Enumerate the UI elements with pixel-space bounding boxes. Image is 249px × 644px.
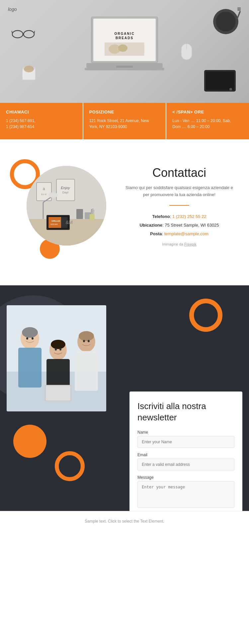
team-photo-inner [7, 305, 106, 411]
svg-point-1 [24, 31, 34, 38]
email-input[interactable] [137, 459, 234, 470]
svg-point-67 [59, 348, 61, 351]
site-header: logo ≡ [0, 0, 249, 18]
form-group-message: Message [137, 475, 234, 509]
footer: Sample text. Click to select the Text El… [0, 511, 249, 531]
svg-point-68 [83, 340, 85, 342]
freepik-link[interactable]: Freepik [184, 242, 197, 246]
contact-title: Contattaci [123, 166, 236, 180]
info-card-location-title: POSIZIONE [89, 109, 160, 114]
svg-rect-47 [90, 214, 95, 220]
coffee-decoration [18, 62, 40, 85]
svg-point-37 [48, 192, 58, 198]
message-label: Message [137, 475, 234, 480]
svg-text:SIZZLING: SIZZLING [50, 223, 58, 225]
mouse-decoration [181, 43, 193, 62]
contact-section: a b c d Enjoy Day! [0, 139, 249, 285]
info-card-call: CHIAMACI 1 (234) 567-891, 1 (234) 987-65… [0, 103, 83, 139]
dark-deco-circle-solid-bottom [13, 425, 46, 458]
svg-text:&M: &M [66, 220, 73, 225]
info-card-hours-text: Lun - Ven .... 11:00 – 20:00, Sab, Dom .… [172, 118, 243, 130]
svg-rect-32 [56, 179, 75, 201]
svg-rect-38 [76, 209, 83, 219]
info-card-call-text: 1 (234) 567-891, 1 (234) 987-654 [6, 118, 77, 130]
team-photo [7, 305, 106, 411]
name-label: Name [137, 430, 234, 435]
svg-text:b c d: b c d [41, 193, 46, 195]
svg-point-55 [22, 327, 38, 338]
contact-image-inner: a b c d Enjoy Day! [27, 166, 106, 246]
info-card-location-text: 121 Rock Street, 21 Avenue, New York, NY… [89, 118, 160, 130]
tablet-decoration [204, 70, 236, 95]
info-card-call-title: CHIAMACI [6, 109, 77, 114]
svg-point-65 [32, 337, 34, 340]
svg-point-8 [24, 66, 34, 72]
contact-divider [169, 205, 189, 206]
info-card-hours: < /SPAN> ORE Lun - Ven .... 11:00 – 20:0… [166, 103, 249, 139]
form-group-name: Name [137, 430, 234, 448]
laptop-decoration: ORGANIC BREADS [85, 17, 164, 79]
menu-icon[interactable]: ≡ [237, 5, 241, 13]
contact-phone: Telefono: 1 (232) 252 55 22 [123, 212, 236, 221]
contact-details: Telefono: 1 (232) 252 55 22 Ubicazione: … [123, 212, 236, 238]
svg-line-4 [34, 31, 35, 33]
email-label: Email [137, 453, 234, 457]
newsletter-title: Iscriviti alla nostra newsletter [137, 401, 234, 423]
contact-description: Siamo qui per soddisfare qualsiasi esige… [123, 184, 236, 198]
svg-point-63 [79, 331, 94, 341]
svg-text:GRILLED: GRILLED [51, 220, 60, 222]
svg-point-64 [26, 337, 28, 340]
footer-text: Sample text. Click to select the Text El… [85, 519, 164, 524]
svg-point-26 [229, 88, 232, 91]
svg-text:BREADS: BREADS [116, 36, 133, 40]
dark-deco-circle-outline-bottom [55, 451, 85, 481]
newsletter-card: Iscriviti alla nostra newsletter Name Em… [129, 392, 242, 511]
svg-rect-18 [85, 68, 164, 70]
message-input[interactable] [137, 481, 234, 508]
info-cards-row: CHIAMACI 1 (234) 567-891, 1 (234) 987-65… [0, 103, 249, 139]
svg-text:ORGANIC: ORGANIC [114, 32, 134, 36]
newsletter-section: Iscriviti alla nostra newsletter Name Em… [0, 285, 249, 511]
form-group-email: Email [137, 453, 234, 470]
svg-rect-62 [75, 351, 98, 391]
svg-point-15 [118, 44, 127, 52]
email-link[interactable]: template@sample.com [164, 231, 208, 236]
phone-link[interactable]: 1 (232) 252 55 22 [172, 214, 207, 219]
svg-rect-25 [206, 72, 234, 90]
contact-location: Ubicazione: 75 Street Sample, WI 63025 [123, 221, 236, 230]
svg-line-50 [94, 210, 94, 214]
name-input[interactable] [137, 436, 234, 448]
svg-point-69 [88, 340, 90, 342]
glasses-decoration [12, 28, 35, 41]
svg-point-0 [12, 31, 23, 38]
svg-rect-54 [18, 348, 42, 388]
contact-info: Contattaci Siamo qui per soddisfare qual… [123, 166, 236, 246]
contact-image: a b c d Enjoy Day! [27, 166, 106, 246]
info-card-location: POSIZIONE 121 Rock Street, 21 Avenue, Ne… [83, 103, 166, 139]
site-logo: logo [8, 7, 17, 12]
svg-point-66 [55, 348, 57, 351]
info-card-hours-title: < /SPAN> ORE [172, 109, 243, 114]
contact-freepik: Immagine da Freepik [123, 242, 236, 246]
svg-rect-43 [48, 217, 61, 228]
contact-email: Posta: template@sample.com [123, 230, 236, 238]
svg-text:Day!: Day! [62, 191, 69, 194]
svg-text:Enjoy: Enjoy [61, 186, 70, 190]
svg-point-5 [20, 80, 38, 83]
dark-deco-circle-outline-top [189, 299, 222, 332]
svg-text:a: a [43, 186, 45, 191]
svg-point-58 [51, 340, 65, 349]
svg-line-3 [12, 31, 12, 33]
hero-section: logo ≡ [0, 0, 249, 103]
svg-rect-60 [46, 386, 70, 400]
